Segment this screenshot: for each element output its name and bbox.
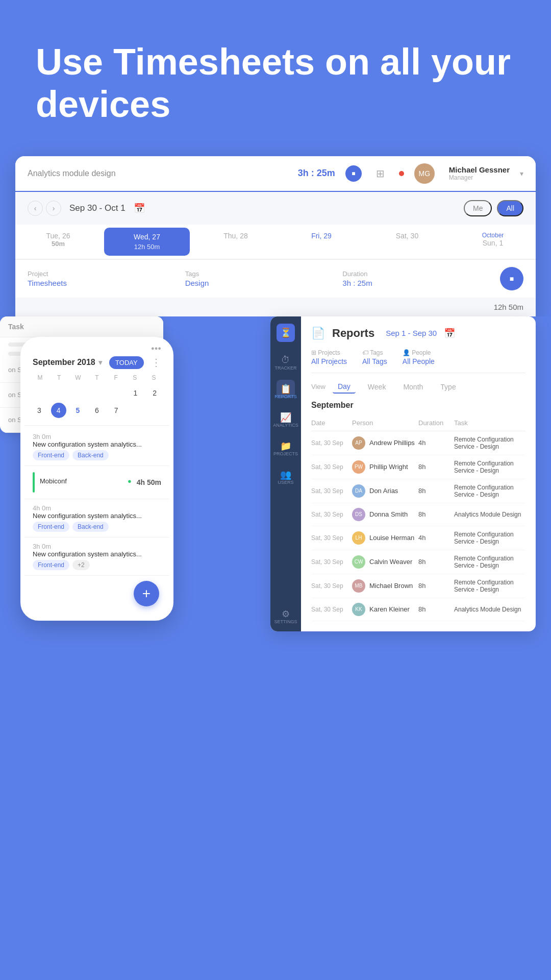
task-row-header-3: 4h 0m	[33, 504, 161, 512]
row-date-3: Sat, 30 Sep	[311, 511, 352, 518]
tab-type[interactable]: Type	[435, 381, 461, 393]
task-name-4: New configuration system analytics...	[33, 550, 161, 558]
topbar-stop-button[interactable]	[345, 165, 362, 182]
sidebar-item-users[interactable]: 👥 USERS	[277, 465, 295, 485]
sidebar-item-settings[interactable]: ⚙ SETTINGS	[274, 605, 297, 624]
report-row-4: Sat, 30 Sep LH Louise Herman 4h Remote C…	[311, 526, 525, 550]
mobiconf-duration: 4h 50m	[137, 478, 161, 486]
mobiconf-name: Mobiconf	[40, 477, 67, 485]
row-duration-2: 8h	[418, 487, 454, 495]
person-name-2: Don Arias	[369, 487, 398, 495]
filter-me-button[interactable]: Me	[464, 200, 492, 216]
weekday-f: F	[107, 374, 126, 381]
today-button[interactable]: TODAY	[109, 356, 144, 369]
row-task-3: Analytics Module Design	[454, 511, 525, 518]
phone-task-item-1[interactable]: 3h 0m New configuration system analytics…	[24, 428, 169, 466]
projects-label: PROJECTS	[273, 451, 298, 456]
tag-frontend-1[interactable]: Front-end	[33, 450, 69, 460]
row-date-2: Sat, 30 Sep	[311, 487, 352, 495]
week-day-wed[interactable]: Wed, 27 12h 50m	[104, 228, 190, 256]
phone-calendar-grid: M T W T F S S 1 2 3 4	[24, 374, 169, 423]
phone-task-item-3[interactable]: 4h 0m New configuration system analytics…	[24, 499, 169, 537]
phone-task-item-4[interactable]: 3h 0m New configuration system analytics…	[24, 537, 169, 576]
topbar-task-name: Analytics module design	[28, 169, 288, 178]
tags-value: Design	[185, 279, 343, 287]
tag-extra-4[interactable]: +2	[72, 560, 90, 570]
tag-backend-3[interactable]: Back-end	[72, 522, 109, 532]
tag-frontend-4[interactable]: Front-end	[33, 560, 69, 570]
notification-dot	[399, 171, 404, 176]
person-name-3: Donna Smith	[369, 510, 408, 518]
phone-date-1[interactable]: 1	[128, 385, 143, 401]
calendar-icon[interactable]: 📅	[134, 203, 145, 214]
prev-week-button[interactable]: ‹	[28, 201, 43, 216]
phone-task-item-mobiconf[interactable]: Mobiconf ● 4h 50m	[24, 466, 169, 499]
settings-label: SETTINGS	[274, 619, 297, 624]
phone-date-6[interactable]: 6	[89, 403, 105, 418]
total-hours: 12h 50m	[494, 303, 523, 311]
row-date-4: Sat, 30 Sep	[311, 534, 352, 542]
reports-title: Reports	[332, 327, 374, 340]
row-task-4: Remote Configuration Service - Design	[454, 531, 525, 545]
phone-date-3[interactable]: 3	[32, 403, 47, 418]
phone-task-list: 3h 0m New configuration system analytics…	[24, 428, 169, 581]
day-name-fri: Fri, 29	[284, 232, 359, 240]
tags-filter-value[interactable]: All Tags	[362, 357, 387, 365]
row-task-0: Remote Configuration Service - Design	[454, 436, 525, 450]
row-person-7: KK Karen Kleiner	[352, 603, 418, 616]
calendar-section: ‹ › Sep 30 - Oct 1 📅 Me All	[15, 192, 536, 225]
tab-week[interactable]: Week	[363, 381, 391, 393]
row-person-0: AP Andrew Phillips	[352, 436, 418, 450]
task-tags-3: Front-end Back-end	[33, 522, 161, 532]
week-day-fri[interactable]: Fri, 29	[279, 225, 364, 259]
day-hours-wed: 12h 50m	[109, 243, 185, 251]
user-dropdown-icon[interactable]: ▾	[520, 169, 523, 178]
october-label: October	[455, 232, 531, 239]
sidebar-item-analytics[interactable]: 📈 ANALYTICS	[273, 408, 298, 428]
tab-month[interactable]: Month	[398, 381, 428, 393]
month-dropdown-icon[interactable]: ▾	[98, 358, 102, 366]
reports-header: 📄 Reports Sep 1 - Sep 30 📅	[311, 327, 525, 340]
row-date-6: Sat, 30 Sep	[311, 582, 352, 590]
row-person-1: PW Phillip Wright	[352, 460, 418, 474]
phone-date-7[interactable]: 7	[109, 403, 124, 418]
sidebar-item-tracker[interactable]: ⏱ TRACKER	[274, 351, 296, 371]
add-entry-fab[interactable]: +	[134, 581, 159, 606]
user-role: Manager	[449, 174, 510, 181]
tag-backend-1[interactable]: Back-end	[72, 450, 109, 460]
day-name-sun: Sun, 1	[455, 239, 531, 247]
weekday-t2: T	[87, 374, 106, 381]
sidebar-item-projects[interactable]: 📁 PROJECTS	[273, 437, 298, 456]
phone-date-2[interactable]: 2	[147, 385, 162, 401]
calendar-picker-icon[interactable]: 📅	[444, 328, 455, 339]
hero-section: Use Timesheets on all your devices	[0, 0, 551, 156]
phone-menu-button[interactable]: ⋮	[151, 356, 161, 369]
phone-fab-area: +	[24, 581, 169, 617]
next-week-button[interactable]: ›	[46, 201, 61, 216]
person-name-6: Michael Brown	[369, 582, 413, 590]
phone-date-4-today[interactable]: 4	[51, 403, 66, 418]
filter-projects: ⊞ Projects All Projects	[311, 349, 347, 365]
people-filter-value[interactable]: All People	[403, 357, 435, 365]
row-task-6: Remote Configuration Service - Design	[454, 579, 525, 593]
grid-icon[interactable]: ⊞	[376, 167, 385, 180]
week-day-sun[interactable]: October Sun, 1	[450, 225, 536, 259]
hero-headline: Use Timesheets on all your devices	[36, 41, 515, 126]
filter-all-button[interactable]: All	[497, 200, 523, 216]
entry-stop-button[interactable]	[500, 267, 523, 290]
phone-date-5[interactable]: 5	[70, 403, 85, 418]
sidebar-logo: ⏳	[277, 324, 295, 342]
week-day-sat[interactable]: Sat, 30	[364, 225, 450, 259]
reports-date: Sep 1 - Sep 30	[386, 329, 437, 337]
report-row-5: Sat, 30 Sep CW Calvin Weaver 8h Remote C…	[311, 550, 525, 574]
tag-frontend-3[interactable]: Front-end	[33, 522, 69, 532]
week-day-thu[interactable]: Thu, 28	[193, 225, 279, 259]
phone-status-bar: ●●●	[24, 341, 169, 351]
avatar-2: DA	[352, 484, 365, 498]
sidebar-item-reports[interactable]: 📋 REPORTS	[274, 380, 296, 399]
tab-day[interactable]: Day	[333, 380, 356, 394]
projects-filter-value[interactable]: All Projects	[311, 357, 347, 365]
row-duration-7: 8h	[418, 605, 454, 613]
avatar-0: AP	[352, 436, 365, 450]
week-day-tue[interactable]: Tue, 26 50m	[15, 225, 101, 259]
